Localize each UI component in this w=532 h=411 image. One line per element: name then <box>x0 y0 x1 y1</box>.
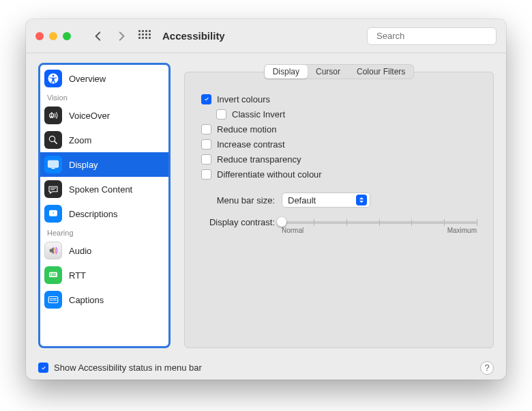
section-hearing: Hearing <box>40 226 168 238</box>
sidebar-item-voiceover[interactable]: VoiceOver <box>40 103 168 128</box>
option-label: Classic Invert <box>232 109 285 119</box>
window-title: Accessibility <box>162 30 225 42</box>
option-label: Invert colours <box>217 94 270 104</box>
svg-rect-8 <box>48 160 59 167</box>
checkbox[interactable] <box>201 94 211 104</box>
menu-bar-size-row: Menu bar size: Default <box>201 193 477 208</box>
detail-pane: Display Cursor Colour Filters Invert col… <box>184 63 494 348</box>
svg-rect-15 <box>53 273 55 274</box>
svg-line-7 <box>55 141 57 143</box>
sidebar-item-label: Spoken Content <box>69 184 132 195</box>
sidebar-item-label: RTT <box>69 270 86 281</box>
sidebar-scroll[interactable]: Overview Vision VoiceOver Zoom <box>40 65 168 346</box>
window-controls <box>35 32 71 40</box>
svg-rect-17 <box>50 274 52 276</box>
display-icon <box>44 156 62 173</box>
zoom-icon <box>44 131 62 149</box>
sidebar: Overview Vision VoiceOver Zoom <box>38 63 171 348</box>
display-contrast-label: Display contrast: <box>201 217 275 227</box>
checkbox[interactable] <box>201 139 211 150</box>
svg-rect-19 <box>48 297 58 303</box>
option-reduce-transparency[interactable]: Reduce transparency <box>201 152 477 167</box>
svg-rect-13 <box>50 273 52 274</box>
audio-icon <box>44 242 62 259</box>
svg-rect-14 <box>52 273 53 274</box>
chevron-left-icon <box>92 30 104 42</box>
checkbox[interactable] <box>201 124 211 134</box>
option-increase-contrast[interactable]: Increase contrast <box>201 137 477 152</box>
tab-display[interactable]: Display <box>265 65 308 79</box>
tab-colour-filters[interactable]: Colour Filters <box>349 65 413 79</box>
display-contrast-row: Display contrast: <box>201 217 477 234</box>
sidebar-item-audio[interactable]: Audio <box>40 238 168 263</box>
search-field[interactable] <box>367 27 497 45</box>
svg-rect-9 <box>52 168 55 169</box>
select-arrows-icon <box>356 195 367 206</box>
captions-icon <box>44 291 62 309</box>
minimize-window-button[interactable] <box>49 32 57 40</box>
sidebar-item-label: Overview <box>69 74 106 84</box>
help-button[interactable]: ? <box>480 361 494 375</box>
svg-text:”: ” <box>53 212 55 216</box>
spoken-content-icon <box>44 180 62 198</box>
sidebar-item-rtt[interactable]: RTT <box>40 263 168 287</box>
search-input[interactable] <box>376 31 491 41</box>
sidebar-item-label: Descriptions <box>69 209 118 219</box>
option-invert-colours[interactable]: Invert colours <box>201 91 477 107</box>
slider-max-label: Maximum <box>447 227 477 234</box>
tab-cursor[interactable]: Cursor <box>308 65 349 79</box>
option-reduce-motion[interactable]: Reduce motion <box>201 122 477 137</box>
sidebar-item-label: VoiceOver <box>69 111 110 121</box>
option-classic-invert[interactable]: Classic Invert <box>201 107 477 122</box>
display-contrast-slider[interactable] <box>282 221 477 224</box>
chevron-right-icon <box>115 30 128 42</box>
checkbox[interactable] <box>201 169 211 180</box>
grid-icon <box>138 30 151 42</box>
option-label: Differentiate without colour <box>217 169 322 180</box>
back-button[interactable] <box>90 28 106 44</box>
tab-bar: Display Cursor Colour Filters <box>264 64 415 79</box>
slider-min-label: Normal <box>282 227 304 234</box>
sidebar-item-overview[interactable]: Overview <box>40 66 168 91</box>
svg-point-3 <box>53 75 55 77</box>
svg-rect-18 <box>52 274 56 276</box>
sidebar-item-label: Zoom <box>69 135 91 145</box>
search-icon <box>372 31 373 40</box>
show-status-checkbox[interactable] <box>38 363 48 373</box>
checkbox[interactable] <box>201 154 211 165</box>
sidebar-item-label: Display <box>69 160 98 170</box>
sidebar-item-zoom[interactable]: Zoom <box>40 128 168 152</box>
section-vision: Vision <box>40 91 168 103</box>
close-window-button[interactable] <box>35 32 44 40</box>
option-label: Increase contrast <box>217 139 285 150</box>
option-label: Reduce transparency <box>217 154 301 165</box>
accessibility-icon <box>44 70 62 87</box>
option-differentiate[interactable]: Differentiate without colour <box>201 167 477 182</box>
sidebar-item-label: Audio <box>69 246 91 256</box>
content-area: Overview Vision VoiceOver Zoom <box>26 53 506 355</box>
option-label: Reduce motion <box>217 124 276 134</box>
show-status-label: Show Accessibility status in menu bar <box>54 363 202 373</box>
forward-button[interactable] <box>113 28 130 44</box>
preferences-window: Accessibility Overview Vision <box>26 19 506 380</box>
footer: Show Accessibility status in menu bar ? <box>26 355 506 380</box>
sidebar-item-spoken-content[interactable]: Spoken Content <box>40 177 168 201</box>
svg-rect-16 <box>55 273 56 274</box>
svg-point-5 <box>51 112 53 113</box>
show-all-button[interactable] <box>136 28 153 44</box>
checkbox[interactable] <box>216 109 226 119</box>
slider-thumb[interactable] <box>277 217 286 227</box>
select-value: Default <box>288 195 316 206</box>
sidebar-item-label: Captions <box>69 295 104 305</box>
zoom-window-button[interactable] <box>63 32 71 40</box>
sidebar-item-descriptions[interactable]: ” Descriptions <box>40 201 168 226</box>
menu-bar-size-select[interactable]: Default <box>282 193 370 208</box>
sidebar-item-captions[interactable]: Captions <box>40 287 168 312</box>
toolbar: Accessibility <box>26 19 506 53</box>
display-options-pane: Invert colours Classic Invert Reduce mot… <box>184 72 494 348</box>
voiceover-icon <box>44 107 62 124</box>
sidebar-item-display[interactable]: Display <box>40 152 168 177</box>
descriptions-icon: ” <box>44 205 62 223</box>
rtt-icon <box>44 266 62 284</box>
menu-bar-size-label: Menu bar size: <box>201 195 275 206</box>
